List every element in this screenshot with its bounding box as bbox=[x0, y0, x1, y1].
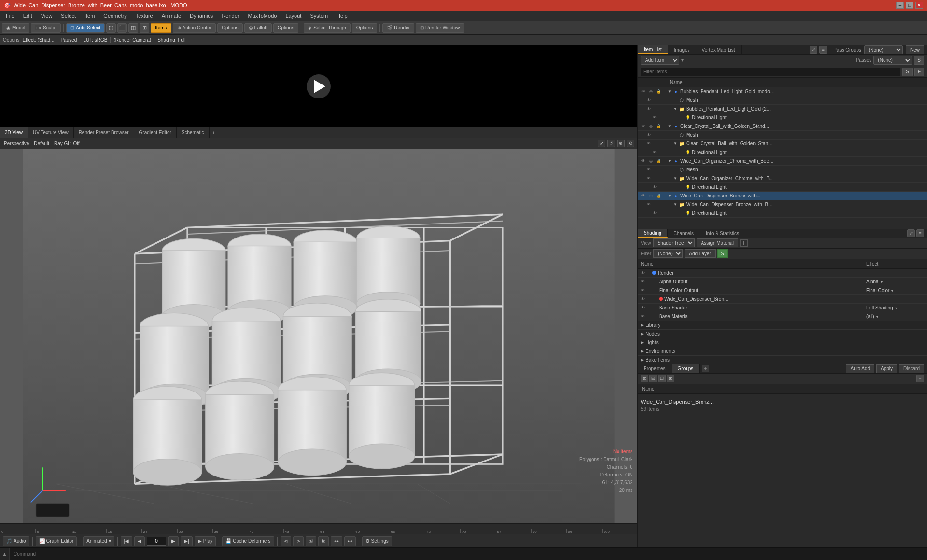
eye-icon-c2[interactable]: 👁 bbox=[646, 140, 652, 147]
animated-dropdown[interactable]: Animated ▾ bbox=[83, 536, 114, 546]
tab-images[interactable]: Images bbox=[668, 45, 696, 54]
tree-item-org2[interactable]: 👁 ▼ 📁 Wide_Can_Organizer_Chrome_with_B..… bbox=[638, 174, 927, 183]
transport-icon-3[interactable]: ⊴ bbox=[306, 536, 316, 546]
eye-icon-dl3[interactable]: 👁 bbox=[651, 184, 658, 191]
viewport-zoom-button[interactable]: ⊕ bbox=[617, 140, 625, 147]
expander-org2[interactable]: ▼ bbox=[673, 175, 678, 182]
tree-item-mesh2[interactable]: 👁 ⬡ Mesh bbox=[638, 131, 927, 140]
render-icon-org[interactable]: ◎ bbox=[647, 158, 654, 165]
menu-geometry[interactable]: Geometry bbox=[99, 12, 130, 20]
eye-icon-final[interactable]: 👁 bbox=[640, 287, 646, 293]
shader-group-lights[interactable]: ▶ Lights bbox=[638, 338, 927, 347]
items-button[interactable]: Items bbox=[151, 23, 171, 33]
tab-3d-view[interactable]: 3D View bbox=[0, 127, 28, 138]
lock-icon-c[interactable]: 🔒 bbox=[655, 123, 662, 130]
toolbar-icon-2[interactable]: ⬛ bbox=[117, 23, 127, 33]
eye-icon-org2[interactable]: 👁 bbox=[646, 175, 652, 182]
expander-crystal2[interactable]: ▼ bbox=[673, 140, 678, 147]
eye-icon-dl2[interactable]: 👁 bbox=[651, 149, 658, 156]
eye-icon-disp2[interactable]: 👁 bbox=[646, 201, 652, 208]
command-expand-button[interactable]: ▲ bbox=[0, 548, 10, 560]
eye-icon-base[interactable]: 👁 bbox=[640, 305, 646, 310]
shader-item-wide-can[interactable]: 👁 Wide_Can_Dispenser_Bron... bbox=[638, 295, 927, 304]
tree-item-disp2[interactable]: 👁 ▼ 📁 Wide_Can_Dispenser_Bronze_with_B..… bbox=[638, 200, 927, 209]
tab-schematic[interactable]: Schematic bbox=[177, 127, 210, 138]
options-1-button[interactable]: Options bbox=[217, 23, 242, 33]
lock-icon-1[interactable]: 🔒 bbox=[655, 88, 662, 95]
add-layer-button[interactable]: Add Layer bbox=[685, 249, 716, 258]
falloff-button[interactable]: ◎ Falloff bbox=[244, 23, 272, 33]
expander-bubbles2[interactable]: ▼ bbox=[673, 106, 678, 112]
viewport-expand-button[interactable]: ⤢ bbox=[598, 140, 605, 147]
toolbar-icon-1[interactable]: ⬚ bbox=[106, 23, 116, 33]
panel-settings-button[interactable]: ≡ bbox=[819, 46, 827, 54]
expander-crystal[interactable]: ▼ bbox=[667, 123, 673, 130]
shader-list-scroll[interactable]: 👁 Render 👁 Alpha Output Alpha▾ bbox=[638, 269, 927, 364]
tree-item-mesh1[interactable]: 👁 ⬡ Mesh bbox=[638, 96, 927, 105]
tree-item-bubbles[interactable]: 👁 ◎ 🔒 ▼ ● Bubbles_Pendant_Led_Light_Gold… bbox=[638, 87, 927, 96]
shader-item-base-shader[interactable]: 👁 Base Shader Full Shading▾ bbox=[638, 304, 927, 312]
menu-animate[interactable]: Animate bbox=[158, 12, 185, 20]
menu-render[interactable]: Render bbox=[218, 12, 243, 20]
menu-help[interactable]: Help bbox=[333, 12, 351, 20]
prev-keyframe-button[interactable]: |◀ bbox=[121, 536, 133, 546]
tree-item-dirlight4[interactable]: 👁 💡 Directional Light bbox=[638, 209, 927, 218]
pass-groups-select[interactable]: (None) bbox=[864, 45, 903, 54]
menu-maxtomodo[interactable]: MaxToModo bbox=[244, 12, 281, 20]
minimize-button[interactable]: ─ bbox=[896, 2, 904, 9]
tab-render-preset[interactable]: Render Preset Browser bbox=[74, 127, 134, 138]
step-back-button[interactable]: ◀ bbox=[134, 536, 145, 546]
viewport-reset-button[interactable]: ↺ bbox=[607, 140, 615, 147]
filter-s-button[interactable]: S bbox=[902, 68, 913, 76]
shader-s-button[interactable]: S bbox=[717, 249, 728, 258]
add-viewport-tab-button[interactable]: + bbox=[210, 129, 218, 137]
menu-view[interactable]: View bbox=[37, 12, 56, 20]
menu-layout[interactable]: Layout bbox=[281, 12, 305, 20]
props-icon-btn-2[interactable]: ☑ bbox=[649, 375, 657, 382]
filter-input[interactable] bbox=[641, 68, 900, 76]
transport-icon-6[interactable]: ⊷ bbox=[344, 536, 356, 546]
tree-item-dirlight1[interactable]: 👁 💡 Directional Light bbox=[638, 113, 927, 122]
shader-group-environments[interactable]: ▶ Environments bbox=[638, 347, 927, 356]
panel-expand-button[interactable]: ⤢ bbox=[810, 46, 817, 54]
render-button[interactable]: 🎬 Render bbox=[382, 23, 414, 33]
shader-item-base-material[interactable]: 👁 Base Material (all)▾ bbox=[638, 312, 927, 321]
close-button[interactable]: ✕ bbox=[915, 2, 923, 9]
eye-icon-alpha[interactable]: 👁 bbox=[640, 279, 646, 284]
graph-editor-button[interactable]: 📈 Graph Editor bbox=[36, 536, 77, 546]
tree-item-dispenser[interactable]: 👁 ◎ 🔒 ▼ ● Wide_Can_Dispenser_Bronze_with… bbox=[638, 192, 927, 200]
shader-item-render[interactable]: 👁 Render bbox=[638, 269, 927, 278]
eye-icon-c[interactable]: 👁 bbox=[640, 123, 646, 130]
discard-button[interactable]: Discard bbox=[899, 364, 924, 373]
tab-properties[interactable]: Properties bbox=[638, 364, 672, 373]
menu-select[interactable]: Select bbox=[57, 12, 80, 20]
props-icon-btn-4[interactable]: ⊠ bbox=[667, 375, 674, 382]
eye-icon-base-mat[interactable]: 👁 bbox=[640, 313, 646, 319]
menu-system[interactable]: System bbox=[306, 12, 332, 20]
shader-filter-select[interactable]: (None) bbox=[653, 249, 683, 258]
expander-org[interactable]: ▼ bbox=[667, 158, 673, 165]
passes-select[interactable]: (None) bbox=[873, 56, 912, 65]
apply-button[interactable]: Apply bbox=[876, 364, 897, 373]
options-2-button[interactable]: Options bbox=[273, 23, 298, 33]
base-mat-dropdown-icon[interactable]: ▾ bbox=[876, 315, 878, 319]
timeline-ruler[interactable]: 0 6 12 18 24 30 36 42 48 54 60 66 72 78 … bbox=[0, 524, 637, 534]
tree-item-organizer[interactable]: 👁 ◎ 🔒 ▼ ● Wide_Can_Organizer_Chrome_with… bbox=[638, 157, 927, 166]
tab-item-list[interactable]: Item List bbox=[638, 45, 668, 54]
options-3-button[interactable]: Options bbox=[352, 23, 377, 33]
settings-button[interactable]: ⚙ Settings bbox=[362, 536, 392, 546]
eye-icon-dl4[interactable]: 👁 bbox=[651, 210, 658, 217]
shader-item-alpha[interactable]: 👁 Alpha Output Alpha▾ bbox=[638, 278, 927, 286]
tab-groups[interactable]: Groups bbox=[672, 364, 700, 373]
viewport-settings-button[interactable]: ⚙ bbox=[627, 140, 634, 147]
menu-edit[interactable]: Edit bbox=[19, 12, 36, 20]
props-icon-btn-5[interactable]: ≡ bbox=[916, 375, 924, 382]
frame-input[interactable] bbox=[147, 537, 166, 546]
auto-select-button[interactable]: ⊡ Auto Select bbox=[66, 23, 105, 33]
tree-item-crystal2[interactable]: 👁 ▼ 📁 Clear_Crystal_Ball_with_Golden_Sta… bbox=[638, 140, 927, 148]
select-through-button[interactable]: ◈ Select Through bbox=[304, 23, 351, 33]
expander-disp2[interactable]: ▼ bbox=[673, 201, 678, 208]
menu-dynamics[interactable]: Dynamics bbox=[186, 12, 217, 20]
shader-view-select[interactable]: Shader Tree bbox=[653, 238, 695, 247]
tab-vertex-map-list[interactable]: Vertex Map List bbox=[696, 45, 742, 54]
